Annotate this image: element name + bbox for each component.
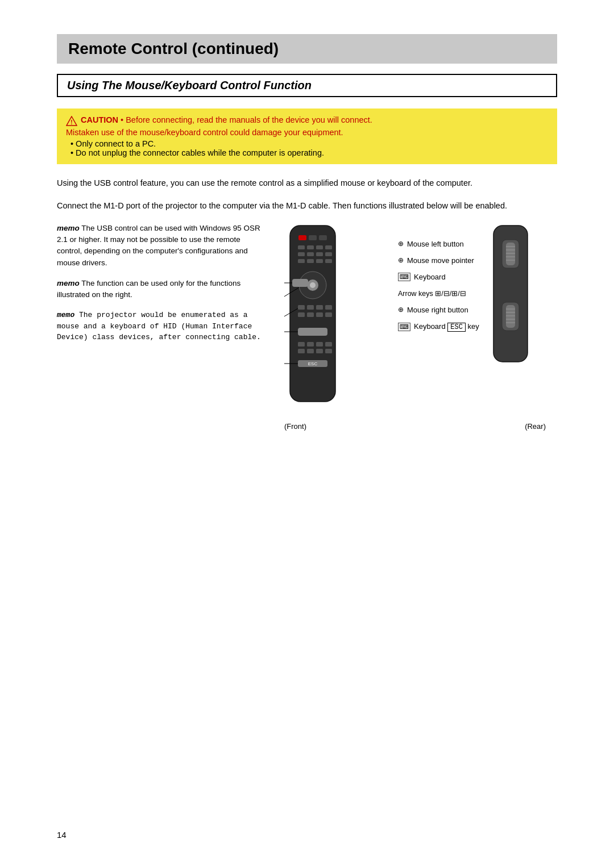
svg-rect-24 bbox=[316, 305, 323, 310]
captions-row: (Front) (Rear) bbox=[279, 422, 557, 431]
page-number: 14 bbox=[57, 830, 67, 840]
mouse-right-text: Mouse right button bbox=[407, 306, 468, 314]
svg-rect-31 bbox=[298, 342, 305, 347]
labels-column: ⊕ Mouse left button ⊕ Mouse move pointer… bbox=[392, 223, 479, 332]
svg-rect-5 bbox=[319, 235, 327, 240]
memo-1: memo The USB control can be used with Wi… bbox=[57, 223, 262, 269]
label-keyboard: ⌨ Keyboard bbox=[398, 273, 479, 281]
svg-rect-32 bbox=[307, 342, 314, 347]
caution-bullet1: • Only connect to a PC. bbox=[70, 139, 548, 148]
remote-front-wrapper: ESC bbox=[279, 223, 392, 418]
svg-rect-27 bbox=[307, 312, 314, 317]
svg-rect-12 bbox=[316, 252, 323, 256]
svg-rect-9 bbox=[325, 245, 332, 249]
warning-icon: ! bbox=[66, 116, 77, 126]
rear-remote-wrapper bbox=[491, 223, 530, 372]
svg-rect-23 bbox=[307, 305, 314, 310]
svg-rect-14 bbox=[298, 259, 305, 263]
svg-rect-33 bbox=[316, 342, 323, 347]
svg-rect-26 bbox=[298, 312, 305, 317]
mouse-left-text: Mouse left button bbox=[407, 240, 464, 248]
label-mouse-right: ⊕ Mouse right button bbox=[398, 306, 479, 314]
svg-rect-8 bbox=[316, 245, 323, 249]
caution-line1: ! CAUTION • Before connecting, read the … bbox=[66, 115, 548, 126]
svg-rect-13 bbox=[325, 252, 332, 256]
label-esc: ⌨ Keyboard ESC key bbox=[398, 322, 479, 332]
svg-rect-35 bbox=[298, 349, 305, 353]
caution-box: ! CAUTION • Before connecting, read the … bbox=[57, 108, 557, 164]
svg-rect-10 bbox=[298, 252, 305, 256]
section-heading: Using The Mouse/Keyboard Control Functio… bbox=[67, 79, 312, 91]
rear-label: (Rear) bbox=[525, 422, 546, 431]
svg-rect-17 bbox=[325, 259, 332, 263]
page-title: Remote Control (continued) bbox=[68, 40, 279, 57]
svg-rect-28 bbox=[316, 312, 323, 317]
label-mouse-left: ⊕ Mouse left button bbox=[398, 240, 479, 248]
svg-rect-4 bbox=[309, 235, 317, 240]
memo-3: memo The projector would be enumerated a… bbox=[57, 310, 262, 343]
svg-rect-11 bbox=[307, 252, 314, 256]
svg-text:ESC: ESC bbox=[308, 361, 318, 366]
svg-rect-49 bbox=[506, 243, 515, 265]
svg-rect-34 bbox=[325, 342, 332, 347]
svg-rect-3 bbox=[298, 235, 306, 240]
section-heading-box: Using The Mouse/Keyboard Control Functio… bbox=[57, 74, 557, 97]
memo-2: memo The function can be used only for t… bbox=[57, 278, 262, 301]
svg-rect-56 bbox=[506, 305, 515, 328]
mouse-right-icon: ⊕ bbox=[398, 306, 404, 314]
diagram-container: ESC bbox=[279, 223, 557, 431]
svg-rect-16 bbox=[316, 259, 323, 263]
caution-line2: Mistaken use of the mouse/keyboard contr… bbox=[66, 128, 548, 137]
mouse-move-icon: ⊕ bbox=[398, 256, 404, 264]
svg-rect-30 bbox=[298, 328, 327, 336]
mouse-left-icon: ⊕ bbox=[398, 240, 404, 248]
esc-box: ESC bbox=[447, 323, 466, 332]
paragraph-2: Connect the M1-D port of the projector t… bbox=[57, 199, 557, 212]
svg-rect-37 bbox=[316, 349, 323, 353]
remote-rear-svg bbox=[491, 223, 530, 370]
mouse-move-text: Mouse move pointer bbox=[407, 256, 474, 265]
label-arrow-keys: Arrow keys ⊞/⊟/⊞/⊟ bbox=[398, 289, 479, 298]
diagram-inner: ESC bbox=[279, 223, 557, 418]
svg-rect-6 bbox=[298, 245, 305, 249]
paragraph-1: Using the USB control feature, you can u… bbox=[57, 177, 557, 189]
caution-label-text: CAUTION • Before connecting, read the ma… bbox=[81, 115, 372, 124]
svg-rect-7 bbox=[307, 245, 314, 249]
caution-bullet2: • Do not unplug the connector cables whi… bbox=[70, 148, 548, 157]
svg-point-20 bbox=[310, 282, 316, 288]
front-label: (Front) bbox=[284, 422, 306, 431]
svg-rect-36 bbox=[307, 349, 314, 353]
svg-text:!: ! bbox=[70, 119, 72, 126]
content-area: memo The USB control can be used with Wi… bbox=[57, 223, 557, 431]
remote-front-svg: ESC bbox=[279, 223, 347, 416]
esc-text: Keyboard ESC key bbox=[414, 322, 479, 332]
svg-rect-21 bbox=[292, 279, 308, 287]
svg-rect-25 bbox=[325, 305, 332, 310]
left-column: memo The USB control can be used with Wi… bbox=[57, 223, 262, 431]
esc-keyboard-icon: ⌨ bbox=[398, 323, 410, 331]
svg-rect-29 bbox=[325, 312, 332, 317]
right-column: ESC bbox=[279, 223, 557, 431]
label-mouse-move: ⊕ Mouse move pointer bbox=[398, 256, 479, 265]
svg-rect-38 bbox=[325, 349, 332, 353]
keyboard-icon: ⌨ bbox=[398, 273, 410, 281]
svg-rect-22 bbox=[298, 305, 305, 310]
keyboard-text: Keyboard bbox=[414, 273, 446, 281]
page-title-box: Remote Control (continued) bbox=[57, 34, 557, 64]
arrow-keys-text: Arrow keys ⊞/⊟/⊞/⊟ bbox=[398, 289, 466, 298]
svg-rect-15 bbox=[307, 259, 314, 263]
